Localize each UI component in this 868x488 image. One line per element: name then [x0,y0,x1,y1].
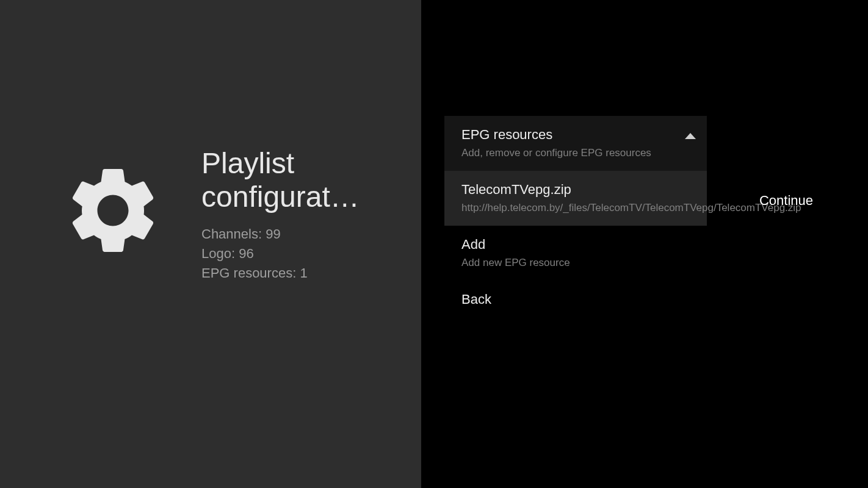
menu-header-title: EPG resources [461,127,690,143]
page-title: Playlist configurat… [201,146,409,214]
resource-url: http://help.telecom.by/_files/TelecomTV/… [461,201,690,215]
add-title: Add [461,237,690,253]
add-subtitle: Add new EPG resource [461,256,690,270]
menu-header-subtitle: Add, remove or configure EPG resources [461,146,690,160]
menu-item-resource[interactable]: TelecomTVepg.zip http://help.telecom.by/… [444,171,707,226]
menu-item-add[interactable]: Add Add new EPG resource [444,226,707,281]
menu-panel: EPG resources Add, remove or configure E… [421,0,868,488]
resource-title: TelecomTVepg.zip [461,182,690,198]
stat-epg: EPG resources: 1 [201,264,409,283]
menu-item-back[interactable]: Back [444,281,707,318]
continue-button[interactable]: Continue [759,193,813,209]
chevron-up-icon [685,133,696,139]
stat-channels: Channels: 99 [201,224,409,244]
gear-icon [61,159,165,265]
menu-header-epg-resources[interactable]: EPG resources Add, remove or configure E… [444,116,707,171]
stat-logo: Logo: 96 [201,244,409,264]
back-title: Back [461,292,690,307]
info-panel: Playlist configurat… Channels: 99 Logo: … [0,0,421,488]
